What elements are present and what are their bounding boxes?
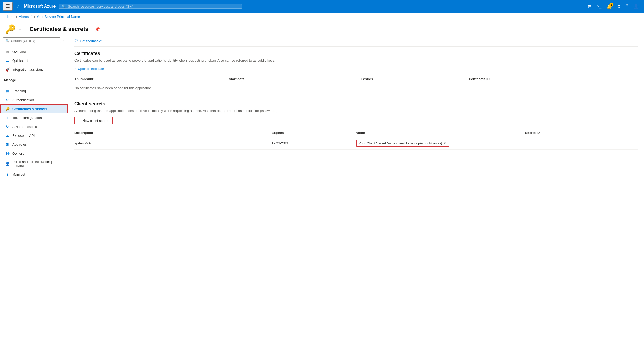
azure-logo-icon <box>16 3 22 9</box>
sidebar-item-owners[interactable]: 👥 Owners <box>0 149 68 158</box>
sidebar-search-input[interactable] <box>11 39 58 43</box>
sidebar-label-api-permissions: API permissions <box>12 125 37 129</box>
secret-row-0: sp-test-MA 12/23/2021 Your Client Secret… <box>74 137 638 150</box>
feedback-heart-icon: ♡ <box>74 39 78 43</box>
help-btn[interactable]: ? <box>624 2 630 10</box>
sidebar-item-overview[interactable]: ⊞ Overview <box>0 47 68 56</box>
upload-certificate-btn[interactable]: ↑ Upload certificate <box>74 67 104 71</box>
sidebar-divider-2 <box>0 85 68 85</box>
sidebar-label-app-roles: App roles <box>12 143 27 146</box>
sidebar-item-certificates-secrets[interactable]: 🔑 Certificates & secrets <box>0 104 68 113</box>
sidebar-item-authentication[interactable]: ↻ Authentication <box>0 95 68 104</box>
feedback-bar: ♡ Got feedback? <box>74 39 638 47</box>
content-area: ♡ Got feedback? Certificates Certificate… <box>68 34 644 337</box>
sidebar-label-overview: Overview <box>12 50 26 54</box>
secret-row-0-expires: 12/23/2021 <box>272 137 356 150</box>
plus-icon: + <box>79 119 81 123</box>
breadcrumb-home[interactable]: Home <box>5 15 14 19</box>
secret-col-secret-id: Secret ID <box>525 129 638 137</box>
sidebar-label-integration-assistant: Integration assistant <box>12 68 43 72</box>
cert-col-expires: Expires <box>361 75 468 83</box>
user-icon: 👤 <box>634 4 639 9</box>
sidebar-divider-1 <box>0 75 68 75</box>
breadcrumb: Home › Microsoft › Your Service Principa… <box>0 13 644 21</box>
certificates-description: Certificates can be used as secrets to p… <box>74 58 638 62</box>
notification-badge: 3 <box>610 3 613 7</box>
search-bar[interactable]: 🔍 <box>59 4 242 9</box>
sidebar-manage-header: Manage <box>0 76 68 84</box>
client-secrets-table: Description Expires Value Secret ID sp-t… <box>74 129 638 150</box>
breadcrumb-service-principal[interactable]: Your Service Principal Name <box>37 15 80 19</box>
secret-col-value: Value <box>356 129 525 137</box>
sidebar-search-icon: 🔍 <box>6 39 9 43</box>
hamburger-menu[interactable]: ☰ <box>3 2 13 11</box>
settings-btn[interactable]: ⚙ <box>615 2 623 10</box>
authentication-icon: ↻ <box>5 97 10 102</box>
section-separator <box>74 95 638 101</box>
azure-logo: Microsoft Azure <box>16 3 56 9</box>
breadcrumb-microsoft[interactable]: Microsoft <box>19 15 32 19</box>
sidebar-label-certificates-secrets: Certificates & secrets <box>12 107 47 111</box>
cloud-shell-icon: >_ <box>597 4 601 8</box>
quickstart-icon: ☁ <box>5 58 10 63</box>
cloud-shell-btn[interactable]: >_ <box>594 2 603 10</box>
certificates-empty-row: No certificates have been added for this… <box>74 83 638 93</box>
upload-btn-label: Upload certificate <box>78 67 104 71</box>
new-client-secret-btn[interactable]: + New client secret <box>74 117 113 124</box>
secret-value-highlighted: Your Client Secret Value (need to be cop… <box>356 140 449 147</box>
sidebar-label-quickstart: Quickstart <box>12 59 28 63</box>
sidebar-search-wrapper: 🔍 « <box>0 37 68 44</box>
roles-icon: 👤 <box>5 161 10 166</box>
gear-icon: ⚙ <box>617 4 621 9</box>
cert-col-thumbprint: Thumbprint <box>74 75 229 83</box>
certificates-table: Thumbprint Start date Expires Certificat… <box>74 75 638 93</box>
sidebar-item-branding[interactable]: ▤ Branding <box>0 86 68 95</box>
search-input[interactable] <box>68 4 239 8</box>
more-options-button[interactable]: ··· <box>104 26 110 32</box>
topbar-icons: ⊞ >_ 🔔 3 ⚙ ? 👤 <box>586 2 641 10</box>
app-roles-icon: ⊞ <box>5 142 10 147</box>
sidebar-label-expose-an-api: Expose an API <box>12 134 35 138</box>
notifications-btn[interactable]: 🔔 3 <box>604 2 614 10</box>
portal-icon-btn[interactable]: ⊞ <box>586 2 593 10</box>
search-icon: 🔍 <box>62 4 66 8</box>
token-icon: ⫿ <box>5 115 10 120</box>
sidebar-label-manifest: Manifest <box>12 172 25 176</box>
expose-api-icon: ☁ <box>5 133 10 138</box>
portal-icon: ⊞ <box>588 4 591 9</box>
overview-icon: ⊞ <box>5 49 10 54</box>
integration-icon: 🚀 <box>5 67 10 72</box>
pin-button[interactable]: 📌 <box>94 26 101 33</box>
secret-row-0-value: Your Client Secret Value (need to be cop… <box>356 137 525 150</box>
secret-row-0-description: sp-test-MA <box>74 137 272 150</box>
copy-secret-btn[interactable]: ⧉ <box>444 141 446 145</box>
secret-col-expires: Expires <box>272 129 356 137</box>
sidebar-item-api-permissions[interactable]: ↻ API permissions <box>0 122 68 131</box>
sidebar-label-branding: Branding <box>12 89 26 93</box>
sidebar-item-roles-administrators[interactable]: 👤 Roles and administrators | Preview <box>0 158 68 170</box>
manifest-icon: ℹ <box>5 172 10 177</box>
help-icon: ? <box>626 4 628 8</box>
feedback-link[interactable]: Got feedback? <box>80 39 102 43</box>
sidebar-item-app-roles[interactable]: ⊞ App roles <box>0 140 68 149</box>
breadcrumb-sep-1: › <box>16 15 17 19</box>
upload-icon: ↑ <box>74 67 76 71</box>
user-btn[interactable]: 👤 <box>631 2 641 10</box>
sidebar-item-quickstart[interactable]: ☁ Quickstart <box>0 56 68 65</box>
breadcrumb-sep-2: › <box>34 15 35 19</box>
sidebar-item-manifest[interactable]: ℹ Manifest <box>0 170 68 179</box>
secret-col-description: Description <box>74 129 272 137</box>
sidebar-search-box[interactable]: 🔍 <box>3 37 60 44</box>
sidebar-item-integration-assistant[interactable]: 🚀 Integration assistant <box>0 65 68 74</box>
sidebar-item-token-configuration[interactable]: ⫿ Token configuration <box>0 113 68 122</box>
sidebar: 🔍 « ⊞ Overview ☁ Quickstart 🚀 Integratio… <box>0 34 68 337</box>
page-header-icon: 🔑 <box>5 24 16 34</box>
sidebar-label-authentication: Authentication <box>12 98 34 102</box>
sidebar-collapse-btn[interactable]: « <box>62 39 65 43</box>
cert-col-start-date: Start date <box>229 75 361 83</box>
app-prefix: -- ·· | <box>19 27 26 31</box>
sidebar-item-expose-an-api[interactable]: ☁ Expose an API <box>0 131 68 140</box>
page-title: Certificates & secrets <box>30 26 89 32</box>
certificates-title: Certificates <box>74 51 638 56</box>
cert-col-certificate-id: Certificate ID <box>469 75 638 83</box>
